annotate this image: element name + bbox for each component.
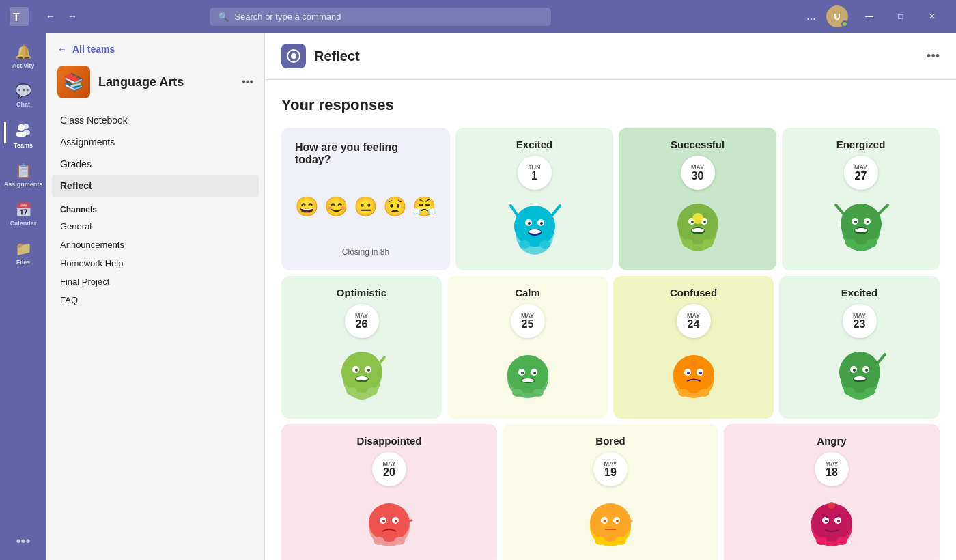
emoji-happy[interactable]: 😊: [324, 195, 348, 218]
all-teams-label: All teams: [72, 44, 115, 55]
response-card-optimistic[interactable]: Optimistic MAY 26: [281, 276, 442, 419]
card-date-may24: MAY 24: [677, 304, 711, 338]
minimize-button[interactable]: —: [854, 0, 885, 33]
svg-point-32: [841, 204, 882, 244]
emoji-very-happy[interactable]: 😄: [295, 195, 319, 218]
sidebar-item-teams[interactable]: Teams: [4, 116, 42, 154]
svg-line-39: [836, 205, 844, 214]
channel-faq-label: FAQ: [60, 295, 78, 305]
response-card-disappointed[interactable]: Disappointed MAY 20: [281, 424, 497, 560]
chat-icon: 💬: [15, 83, 32, 99]
emoji-sad[interactable]: 😟: [383, 195, 407, 218]
search-icon: 🔍: [218, 12, 229, 22]
response-card-excited-may23[interactable]: Excited MAY 23: [779, 276, 940, 419]
sidebar-item-assignments[interactable]: 📋 Assignments: [4, 157, 42, 193]
nav-class-notebook[interactable]: Class Notebook: [52, 109, 259, 131]
channel-final-project[interactable]: Final Project: [46, 272, 264, 291]
content-area: Your responses How are you feeling today…: [265, 80, 956, 560]
svg-point-38: [855, 228, 867, 232]
team-menu-button[interactable]: •••: [242, 76, 253, 88]
titlebar-actions: ... U — □ ✕: [802, 0, 948, 33]
channel-homework-help[interactable]: Homework Help: [46, 254, 264, 272]
emoji-angry[interactable]: 😤: [412, 195, 436, 218]
svg-point-59: [533, 372, 536, 374]
card-date-may26: MAY 26: [345, 304, 379, 338]
channel-final-project-label: Final Project: [60, 277, 109, 287]
nav-reflect[interactable]: Reflect: [52, 175, 259, 197]
svg-point-42: [866, 239, 877, 247]
forward-button[interactable]: →: [63, 7, 82, 26]
response-card-energized[interactable]: Energized MAY 27: [782, 128, 940, 270]
svg-point-52: [346, 387, 357, 395]
main-title: Reflect: [314, 48, 918, 64]
svg-point-89: [395, 520, 397, 522]
card-title-confused: Confused: [670, 287, 717, 298]
svg-line-16: [511, 206, 518, 216]
svg-point-13: [540, 222, 543, 225]
checkin-question: How are you feeling today?: [295, 141, 436, 166]
emoji-neutral[interactable]: 😐: [354, 195, 378, 218]
svg-point-90: [374, 537, 384, 545]
svg-point-83: [864, 387, 875, 395]
card-date-may30: MAY 30: [681, 156, 715, 190]
back-button[interactable]: ←: [41, 7, 60, 26]
nav-assignments[interactable]: Assignments: [52, 131, 259, 153]
nav-buttons: ← →: [41, 7, 82, 26]
search-bar[interactable]: 🔍 Search or type a command: [210, 8, 551, 26]
page-title: Your responses: [281, 96, 940, 114]
left-rail: 🔔 Activity 💬 Chat Teams 📋 Assignments �: [0, 33, 46, 560]
rail-more-button[interactable]: •••: [13, 528, 33, 555]
svg-point-15: [529, 229, 541, 234]
more-options-button[interactable]: ...: [802, 7, 821, 26]
sidebar-item-activity[interactable]: 🔔 Activity: [4, 38, 42, 74]
avatar[interactable]: U: [826, 5, 848, 27]
svg-point-101: [595, 537, 606, 545]
presence-dot: [841, 20, 848, 27]
activity-icon: 🔔: [15, 44, 32, 60]
response-card-angry[interactable]: Angry MAY 18: [724, 424, 940, 560]
card-title-energized: Energized: [836, 139, 886, 150]
card-title-excited: Excited: [516, 139, 552, 150]
reflect-app-icon: [281, 44, 306, 68]
svg-point-55: [507, 355, 548, 393]
card-date-may18: MAY 18: [815, 452, 849, 486]
response-card-confused[interactable]: Confused MAY 24: [613, 276, 774, 419]
channel-announcements[interactable]: Announcements: [46, 236, 264, 254]
svg-point-113: [836, 537, 847, 545]
sidebar-item-calendar[interactable]: 📅 Calendar: [4, 196, 42, 232]
svg-point-25: [703, 221, 706, 223]
svg-point-108: [825, 520, 828, 522]
date-day: 18: [826, 467, 838, 478]
close-button[interactable]: ✕: [916, 0, 948, 33]
all-teams-back-button[interactable]: ←: [57, 44, 67, 55]
team-name: Language Arts: [98, 75, 234, 89]
channel-general[interactable]: General: [46, 217, 264, 236]
channel-faq[interactable]: FAQ: [46, 291, 264, 309]
response-card-bored[interactable]: Bored MAY 19: [503, 424, 718, 560]
sidebar-item-chat[interactable]: 💬 Chat: [4, 77, 42, 113]
date-day: 25: [522, 319, 534, 330]
svg-point-62: [512, 389, 523, 397]
svg-point-58: [521, 372, 524, 374]
checkin-card[interactable]: How are you feeling today? 😄 😊 😐 😟 😤 Clo…: [281, 128, 450, 270]
closing-text: Closing in 8h: [295, 247, 436, 257]
files-icon: 📁: [15, 240, 32, 257]
response-card-excited-jun1[interactable]: Excited JUN 1: [455, 128, 613, 270]
sidebar-item-files[interactable]: 📁 Files: [4, 235, 42, 271]
svg-line-103: [623, 521, 632, 522]
teams-icon: [16, 122, 31, 140]
response-card-successful[interactable]: Successful MAY 30: [619, 128, 776, 270]
nav-grades[interactable]: Grades: [52, 153, 259, 175]
date-day: 20: [383, 467, 395, 478]
row1-grid: How are you feeling today? 😄 😊 😐 😟 😤 Clo…: [281, 128, 940, 270]
main-menu-button[interactable]: •••: [927, 49, 940, 64]
svg-point-35: [854, 221, 857, 223]
class-notebook-label: Class Notebook: [60, 115, 128, 126]
response-card-calm[interactable]: Calm MAY 25: [447, 276, 608, 419]
maximize-button[interactable]: □: [885, 0, 916, 33]
svg-point-50: [356, 376, 368, 380]
svg-point-18: [519, 240, 530, 249]
svg-line-17: [552, 206, 560, 216]
monster-angry: [801, 492, 862, 556]
monster-optimistic: [331, 344, 393, 408]
